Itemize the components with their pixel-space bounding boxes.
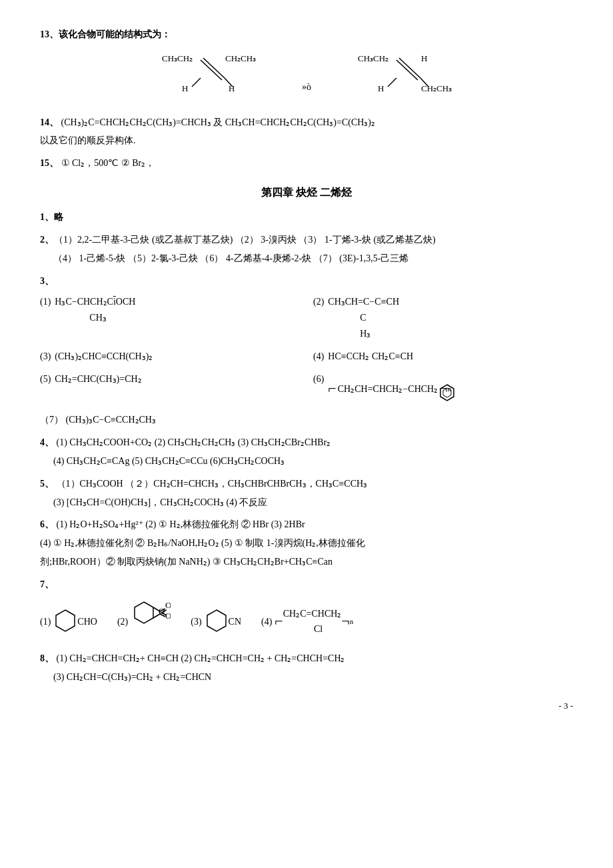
q3-item6: (6) ⌐ CH₂CH=CHCH₂−CHCH₂ ¬ n [313,371,573,407]
q5-item3: (3) [CH₃CH=C(OH)CH₃]，CH₃CH₂COCH₃ [53,497,227,507]
q7-item1-label: (1) [40,614,51,630]
q7-item4-struct: ⌐ CH₂C=CHCH₂ Cl ¬ n [275,606,353,638]
svg-text:H: H [378,83,384,93]
svg-marker-16 [440,385,454,401]
q3-item4: (4) HC≡CCH₂ CH₂C≡CH [313,349,573,365]
benzene-ring-svg [438,383,456,402]
q7-item1: (1) CHO [40,609,97,634]
svg-text:H: H [229,83,235,93]
q6-item2: (2) ① H₂,林德拉催化剂 ② HBr (3) 2HBr [145,519,305,529]
q5-item2: （２）CH₂CH=CHCH₃，CH₃CHBrCHBrCH₃，CH₃C≡CCH₃ [125,479,367,489]
q3-item2: (2) CH₃CH=C−C≡CH C H₃ [313,294,573,341]
q2-label: 2、 [40,235,54,245]
q8-item3: (3) CH₂CH=C(CH₃)=CH₂ + CH₂=CHCN [53,672,211,682]
q7-item2-struct: O O O [131,599,171,645]
q7-item2: (2) [117,599,171,645]
q13-label: 13、该化合物可能的结构式为： [40,27,573,43]
q5-line1: 5、 （1）CH₃COOH （２）CH₂CH=CHCH₃，CH₃CHBrCHBr… [40,476,573,492]
q3-item2-label: (2) [313,294,324,310]
q14-line2: 以及它们的顺反异构体. [40,133,573,149]
svg-marker-17 [443,388,451,397]
q1-line: 1、略 [40,209,573,225]
q3-item1-label: (1) [40,294,51,310]
svg-text:CH₃CH₂: CH₃CH₂ [358,53,388,63]
q15-label: 15、 [40,158,59,168]
q4-line1: 4、 (1) CH₃CH₂COOH+CO₂ (2) CH₃CH₂CH₂CH₃ (… [40,435,573,451]
q7-item4-label: (4) [261,614,272,630]
q13-struct-left-svg: CH₃CH₂ CH₂CH₃ H H [155,48,262,101]
q3-item4-struct: HC≡CCH₂ CH₂C≡CH [328,349,413,365]
q4-item2: (2) CH₃CH₂CH₂CH₃ [155,437,238,447]
q6-item4: (4) ① H₂,林德拉催化剂 ② B₂H₆/NaOH,H₂O₂ (5) ① 制… [40,538,365,548]
q8-line1: 8、 (1) CH₂=CHCH=CH₂+ CH≡CH (2) CH₂=CHCH=… [40,651,573,667]
q7-structures: (1) CHO (2) [40,599,573,645]
svg-text:O: O [159,606,165,616]
q14-section: 14、 (CH₃)₂C=CHCH₂CH₂C(CH₃)=CHCH₃ 及 CH₃CH… [40,115,573,149]
q3-item5-struct: CH₂=CHC(CH₃)=CH₂ [55,371,141,387]
q8-item2: (2) CH₂=CHCH=CH₂ + CH₂=CHCH=CH₂ [181,653,345,663]
q4-section: 4、 (1) CH₃CH₂COOH+CO₂ (2) CH₃CH₂CH₂CH₃ (… [40,435,573,469]
q6-item1: (1) H₂O+H₂SO₄+Hg²⁺ [57,519,146,529]
q14-content1: (CH₃)₂C=CHCH₂CH₂C(CH₃)=CHCH₃ 及 CH₃CH=CHC… [61,117,376,127]
q4-label: 4、 [40,437,54,447]
q1-label: 1、略 [40,212,63,222]
q3-grid: (1) H₃C−CHCH₂CiOCH CH₃ (2) CH₃CH=C−C≡CH … [40,294,573,407]
svg-text:CH₃CH₂: CH₃CH₂ [162,53,193,63]
q13-struct-right: CH₃CH₂ H H CH₂CH₃ [351,48,458,107]
q7-section: 7、 (1) CHO (2) [40,577,573,645]
q8-section: 8、 (1) CH₂=CHCH=CH₂+ CH≡CH (2) CH₂=CHCH=… [40,651,573,685]
q2-item1: （1）2,2-二甲基-3-己炔 (或乙基叔丁基乙炔) （2） 3-溴丙炔 （3）… [54,235,436,245]
q7-item3-label: (3) [191,614,201,630]
q8-label: 8、 [40,653,54,663]
svg-line-3 [203,58,225,78]
q5-section: 5、 （1）CH₃COOH （２）CH₂CH=CHCH₃，CH₃CHBrCHBr… [40,476,573,511]
chapter4-title: 第四章 炔烃 二烯烃 [40,183,573,201]
q7-item3: (3) CN [191,609,241,634]
q15-section: 15、 ① Cl₂，500℃ ② Br₂， [40,155,573,171]
svg-line-6 [192,78,201,87]
q6-item4b: 剂;HBr,ROOH）② 制取丙炔钠(加 NaNH₂) ③ CH₃CH₂CH₂B… [40,557,332,567]
svg-line-2 [201,60,222,80]
q14-label: 14、 [40,117,59,127]
q15-content: ① Cl₂，500℃ ② Br₂， [61,158,155,168]
q3-item6-struct: ⌐ CH₂CH=CHCH₂−CHCH₂ ¬ n [328,371,456,407]
svg-text:CH₂CH₃: CH₂CH₃ [225,53,256,63]
q5-item1: （1）CH₃COOH [57,479,126,489]
q3-item3-label: (3) [40,349,51,365]
svg-text:H: H [182,83,188,93]
q6-line2: (4) ① H₂,林德拉催化剂 ② B₂H₆/NaOH,H₂O₂ (5) ① 制… [40,535,573,551]
q7-item3-struct: CN [205,609,241,634]
svg-line-10 [396,60,418,80]
q5-label: 5、 [40,479,54,489]
q8-line2: (3) CH₂CH=C(CH₃)=CH₂ + CH₂=CHCN [53,669,573,685]
q3-item1-struct: H₃C−CHCH₂CiOCH CH₃ [55,294,135,326]
q3-item3: (3) (CH₃)₂CHC≡CCH(CH₃)₂ [40,349,300,365]
q2-line1: 2、（1）2,2-二甲基-3-己炔 (或乙基叔丁基乙炔) （2） 3-溴丙炔 （… [40,232,573,248]
q2-section: 2、（1）2,2-二甲基-3-己炔 (或乙基叔丁基乙炔) （2） 3-溴丙炔 （… [40,232,573,267]
q3-item1: (1) H₃C−CHCH₂CiOCH CH₃ [40,294,300,341]
svg-line-11 [399,58,420,78]
cyclohexane3-svg [205,609,229,634]
q15-line: 15、 ① Cl₂，500℃ ② Br₂， [40,155,573,171]
svg-line-14 [388,78,396,87]
cyclohexane1-svg [53,609,77,634]
q7-item1-struct: CHO [53,609,97,634]
q3-item2-struct: CH₃CH=C−C≡CH C H₃ [328,294,399,341]
q6-label: 6、 [40,519,54,529]
q3-item5: (5) CH₂=CHC(CH₃)=CH₂ [40,371,300,407]
svg-marker-18 [56,610,75,631]
q3-item4-label: (4) [313,349,324,365]
q13-struct-left: CH₃CH₂ CH₂CH₃ H H [155,48,262,107]
q7-label: 7、 [40,577,573,593]
q6-line3: 剂;HBr,ROOH）② 制取丙炔钠(加 NaNH₂) ③ CH₃CH₂CH₂B… [40,554,573,570]
svg-text:CH₂CH₃: CH₂CH₃ [421,83,452,93]
q6-line1: 6、 (1) H₂O+H₂SO₄+Hg²⁺ (2) ① H₂,林德拉催化剂 ② … [40,517,573,533]
q8-item1: (1) CH₂=CHCH=CH₂+ CH≡CH [57,653,181,663]
q4-line2: (4) CH₃CH₂C≡CAg (5) CH₃CH₂C≡CCu (6)CH₃CH… [53,453,573,469]
q13-structures: CH₃CH₂ CH₂CH₃ H H »ò [40,48,573,107]
svg-marker-19 [135,602,153,623]
q6-section: 6、 (1) H₂O+H₂SO₄+Hg²⁺ (2) ① H₂,林德拉催化剂 ② … [40,517,573,569]
q4-item4: (4) CH₃CH₂C≡CAg [53,456,132,466]
svg-text:O: O [165,611,171,621]
q3-item7-label: （7） (CH₃)₃C−C≡CCH₂CH₃ [40,415,156,425]
